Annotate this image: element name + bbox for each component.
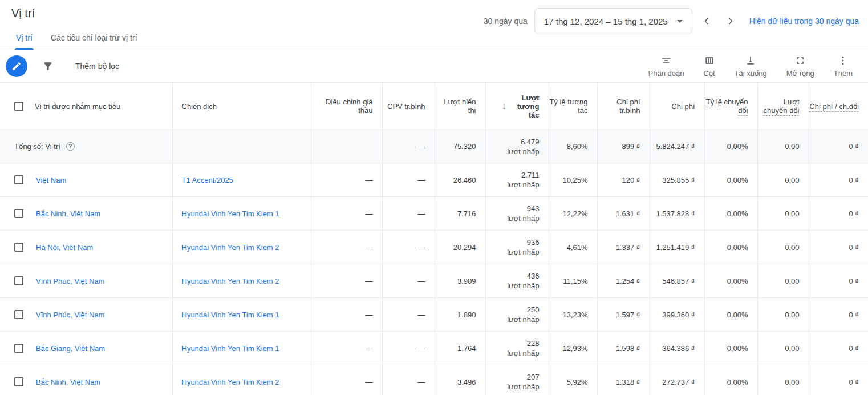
bid-adjustment-cell: — xyxy=(311,197,382,231)
segment-button[interactable]: Phân đoạn xyxy=(639,54,694,79)
placement-link[interactable]: Việt Nam xyxy=(36,176,66,184)
columns-button[interactable]: Cột xyxy=(693,54,724,79)
interactions-cell: 228lượt nhấp xyxy=(485,332,549,365)
placement-cell: Việt Nam xyxy=(0,163,172,197)
campaign-cell: T1 Accent/2025 xyxy=(172,163,311,197)
placement-cell: Bắc Ninh, Việt Nam xyxy=(0,365,172,395)
interaction-rate-cell: 11,15% xyxy=(549,264,597,298)
campaign-link[interactable]: Hyundai Vinh Yen Tim Kiem 1 xyxy=(182,311,279,319)
columns-icon xyxy=(704,55,715,66)
select-all-checkbox[interactable] xyxy=(14,102,23,111)
header-avg-cpv[interactable]: CPV tr.bình xyxy=(382,83,435,130)
cost-per-conversion-cell: 0 ₫ xyxy=(809,231,868,264)
edit-button[interactable] xyxy=(6,55,27,77)
avg-cost-cell: 1.597 ₫ xyxy=(597,298,650,332)
placement-link[interactable]: Bắc Ninh, Việt Nam xyxy=(36,378,100,386)
avg-cost-cell: 1.337 ₫ xyxy=(597,231,650,264)
placement-cell: Bắc Ninh, Việt Nam xyxy=(0,197,172,231)
chevron-right-icon xyxy=(725,15,736,27)
totals-cost-per-conversion-cell: 0 ₫ xyxy=(809,130,868,163)
totals-campaign-cell xyxy=(172,130,311,163)
avg-cpv-cell: — xyxy=(382,365,435,395)
expand-button[interactable]: Mở rộng xyxy=(777,54,824,79)
campaign-link[interactable]: Hyundai Vinh Yen Tim Kiem 2 xyxy=(182,378,279,386)
add-filter-button[interactable]: Thêm bộ lọc xyxy=(75,62,119,71)
header-bid-adjustment[interactable]: Điều chỉnh giá thầu xyxy=(311,83,382,130)
impressions-cell: 3.496 xyxy=(435,365,485,395)
header-interactions[interactable]: ↓ Lượt tương tác xyxy=(485,83,549,130)
totals-label-cell: Tổng số: Vị trí ? xyxy=(0,130,172,163)
header-cost[interactable]: Chi phí xyxy=(650,83,704,130)
campaign-cell: Hyundai Vinh Yen Tim Kiem 1 xyxy=(172,197,311,231)
date-range-select[interactable]: 17 thg 12, 2024 – 15 thg 1, 2025 xyxy=(534,8,692,34)
row-checkbox[interactable] xyxy=(14,175,23,184)
bid-adjustment-cell: — xyxy=(311,332,382,365)
bid-adjustment-cell: — xyxy=(311,264,382,298)
row-checkbox[interactable] xyxy=(14,209,23,218)
help-icon[interactable]: ? xyxy=(66,142,75,151)
campaign-link[interactable]: Hyundai Vinh Yen Tim Kiem 1 xyxy=(182,209,279,218)
header-target-label[interactable]: Vị trí được nhắm mục tiêu xyxy=(35,102,120,111)
sort-descending-icon[interactable]: ↓ xyxy=(502,101,506,111)
impressions-cell: 1.890 xyxy=(435,298,485,332)
table-row: Việt Nam T1 Accent/2025 — — 26.460 2.711… xyxy=(0,163,868,197)
placement-link[interactable]: Bắc Giang, Việt Nam xyxy=(36,344,105,353)
table-toolbar: Thêm bộ lọc Phân đoạn Cột Tải xuống Mở r… xyxy=(0,50,868,82)
conversions-cell: 0,00 xyxy=(757,298,809,332)
pencil-icon xyxy=(11,61,22,71)
more-label: Thêm xyxy=(834,69,853,78)
show-data-link[interactable]: Hiện dữ liệu trong 30 ngày qua xyxy=(749,17,859,26)
download-button[interactable]: Tải xuống xyxy=(725,54,777,79)
previous-period-button[interactable] xyxy=(697,11,716,31)
avg-cpv-cell: — xyxy=(382,264,435,298)
avg-cost-cell: 1.598 ₫ xyxy=(597,332,650,365)
row-checkbox[interactable] xyxy=(14,377,23,386)
cost-cell: 546.857 ₫ xyxy=(650,264,704,298)
header-interaction-rate[interactable]: Tỷ lệ tương tác xyxy=(549,83,597,130)
placement-link[interactable]: Hà Nội, Việt Nam xyxy=(36,243,93,252)
impressions-cell: 26.460 xyxy=(435,163,485,197)
tab-placements[interactable]: Vị trí xyxy=(7,27,42,50)
tab-placement-exclusions[interactable]: Các tiêu chí loại trừ vị trí xyxy=(42,27,147,50)
header-conversions[interactable]: Lượt chuyển đổi xyxy=(757,83,809,130)
header-avg-cost[interactable]: Chi phí tr.bình xyxy=(597,83,650,130)
avg-cost-cell: 120 ₫ xyxy=(597,163,650,197)
table-row: Hà Nội, Việt Nam Hyundai Vinh Yen Tim Ki… xyxy=(0,231,868,264)
row-checkbox[interactable] xyxy=(14,344,23,353)
header-campaign[interactable]: Chiến dịch xyxy=(172,83,311,130)
header-target: Vị trí được nhắm mục tiêu xyxy=(0,83,172,130)
cost-cell: 1.537.828 ₫ xyxy=(650,197,704,231)
interaction-rate-cell: 4,61% xyxy=(549,231,597,264)
impressions-cell: 7.716 xyxy=(435,197,485,231)
filter-button[interactable] xyxy=(39,57,57,75)
row-checkbox[interactable] xyxy=(14,243,23,252)
conversions-cell: 0,00 xyxy=(757,197,809,231)
header-cost-per-conversion[interactable]: Chi phí / ch.đổi xyxy=(809,83,868,130)
table-row: Bắc Ninh, Việt Nam Hyundai Vinh Yen Tim … xyxy=(0,365,868,395)
more-button[interactable]: Thêm xyxy=(824,54,862,79)
campaign-link[interactable]: Hyundai Vinh Yen Tim Kiem 2 xyxy=(182,277,279,285)
conversions-cell: 0,00 xyxy=(757,365,809,395)
campaign-link[interactable]: Hyundai Vinh Yen Tim Kiem 2 xyxy=(182,243,279,252)
conversion-rate-cell: 0,00% xyxy=(704,197,757,231)
row-checkbox[interactable] xyxy=(14,276,23,285)
placement-cell: Vĩnh Phúc, Việt Nam xyxy=(0,298,172,332)
campaign-cell: Hyundai Vinh Yen Tim Kiem 2 xyxy=(172,231,311,264)
impressions-cell: 3.909 xyxy=(435,264,485,298)
table-row: Vĩnh Phúc, Việt Nam Hyundai Vinh Yen Tim… xyxy=(0,298,868,332)
download-label: Tải xuống xyxy=(735,69,767,78)
cost-per-conversion-cell: 0 ₫ xyxy=(809,197,868,231)
bid-adjustment-cell: — xyxy=(311,365,382,395)
placement-link[interactable]: Bắc Ninh, Việt Nam xyxy=(36,209,100,218)
placement-link[interactable]: Vĩnh Phúc, Việt Nam xyxy=(36,311,104,319)
header-conversion-rate[interactable]: Tỷ lệ chuyển đổi xyxy=(704,83,757,130)
campaign-link[interactable]: Hyundai Vinh Yen Tim Kiem 1 xyxy=(182,344,279,353)
placement-cell: Bắc Giang, Việt Nam xyxy=(0,332,172,365)
date-range-bar: 30 ngày qua 17 thg 12, 2024 – 15 thg 1, … xyxy=(484,8,859,34)
next-period-button[interactable] xyxy=(721,11,740,31)
placement-link[interactable]: Vĩnh Phúc, Việt Nam xyxy=(36,277,104,285)
row-checkbox[interactable] xyxy=(14,310,23,319)
cost-cell: 399.360 ₫ xyxy=(650,298,704,332)
campaign-link[interactable]: T1 Accent/2025 xyxy=(182,176,233,184)
header-impressions[interactable]: Lượt hiển thị xyxy=(435,83,485,130)
